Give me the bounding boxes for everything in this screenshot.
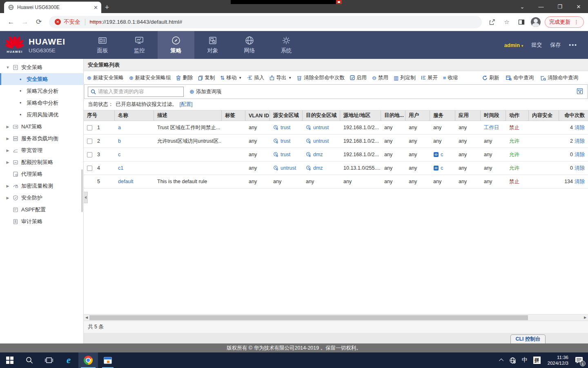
ime-pinyin-button[interactable]: 拼 — [530, 352, 543, 368]
dst-zone-link[interactable]: dmz — [313, 165, 323, 171]
col-tag[interactable]: 标签 — [222, 110, 245, 121]
sidebar-item-security-policy-parent[interactable]: ▼ 安全策略 — [0, 61, 83, 73]
row-checkbox[interactable] — [87, 166, 92, 171]
nav-objects[interactable]: 对象 — [194, 31, 231, 59]
insert-button[interactable]: 插入 — [247, 74, 264, 81]
scrollbar-track[interactable] — [89, 314, 582, 321]
chrome-taskbar-button[interactable] — [78, 352, 98, 368]
sidebar-item-quota-control[interactable]: ▶ 配额控制策略 — [0, 156, 83, 168]
tree-collapsed-icon[interactable]: ▶ — [6, 137, 10, 141]
clear-hits-link[interactable]: 清除 — [575, 178, 585, 185]
service-link[interactable]: c — [441, 152, 443, 157]
copy-button[interactable]: 复制 — [198, 74, 215, 81]
sidebar-item-server-load-balance[interactable]: ▶ 服务器负载均衡 — [0, 132, 83, 144]
sidebar-item-proxy-policy[interactable]: 代理策略 — [0, 168, 83, 180]
hit-query-button[interactable]: 命中查询 — [506, 74, 534, 81]
nav-network[interactable]: 网络 — [231, 31, 268, 59]
export-button[interactable]: 导出▼ — [270, 74, 292, 81]
not-secure-label[interactable]: 不安全 — [64, 18, 80, 26]
collapse-button[interactable]: ≡收缩 — [443, 74, 458, 81]
row-checkbox[interactable] — [87, 125, 92, 130]
refresh-button[interactable]: 刷新 — [482, 74, 499, 81]
clear-hits-link[interactable]: 清除 — [575, 151, 585, 158]
start-button[interactable] — [0, 352, 20, 368]
clear-hits-link[interactable]: 清除 — [575, 124, 585, 131]
src-zone-link[interactable]: trust — [281, 152, 290, 157]
search-box[interactable] — [88, 87, 184, 97]
configure-link[interactable]: [配置] — [180, 101, 193, 108]
dst-zone-link[interactable]: untrust — [313, 138, 329, 144]
col-dst-addr[interactable]: 目的地... — [381, 110, 405, 121]
rule-name-link[interactable]: default — [118, 179, 134, 184]
window-chevron-icon[interactable]: ⌄ — [513, 0, 532, 13]
tree-collapsed-icon[interactable]: ▶ — [6, 125, 10, 129]
col-name[interactable]: 名称 — [115, 110, 154, 121]
rule-name-link[interactable]: a — [118, 125, 121, 130]
col-content-security[interactable]: 内容安全 — [529, 110, 559, 121]
nav-system[interactable]: 系统 — [268, 31, 305, 59]
sidebar-item-security-policy[interactable]: •安全策略 — [0, 73, 83, 85]
col-hits[interactable]: 命中次数 — [559, 110, 588, 121]
src-zone-link[interactable]: untrust — [281, 165, 296, 171]
share-icon[interactable] — [487, 17, 497, 27]
reload-icon[interactable]: ⟳ — [32, 15, 46, 29]
tray-expand-button[interactable] — [497, 352, 506, 368]
tree-collapsed-icon[interactable]: ▶ — [6, 148, 10, 153]
internet-explorer-button[interactable]: e — [59, 352, 78, 368]
tree-collapsed-icon[interactable]: ▶ — [6, 184, 10, 188]
taskbar-search-button[interactable] — [20, 352, 39, 368]
src-zone-link[interactable]: trust — [281, 138, 290, 144]
service-link[interactable]: c — [441, 165, 443, 171]
window-maximize-icon[interactable]: ❐ — [550, 0, 569, 13]
sidebar-item-aspf-config[interactable]: ASPF配置 — [0, 204, 83, 215]
sidebar-collapse-handle[interactable] — [84, 192, 88, 203]
col-src-zone[interactable]: 源安全区域 — [270, 110, 303, 121]
rule-name-link[interactable]: c — [118, 152, 120, 157]
search-input[interactable] — [98, 89, 181, 94]
col-action[interactable]: 动作 — [506, 110, 529, 121]
side-panel-icon[interactable] — [516, 17, 527, 27]
clear-hit-query-button[interactable]: 清除命中查询 — [540, 74, 578, 81]
row-checkbox[interactable] — [87, 139, 92, 144]
nav-policy[interactable]: 策略 — [158, 31, 194, 59]
bookmark-star-icon[interactable]: ☆ — [501, 17, 512, 27]
app-window-button[interactable] — [98, 352, 118, 368]
network-tray-button[interactable] — [506, 352, 519, 368]
disable-button[interactable]: ⊖禁用 — [372, 74, 388, 81]
src-zone-link[interactable]: trust — [281, 125, 290, 130]
col-desc[interactable]: 描述 — [154, 110, 222, 121]
taskbar-clock[interactable]: 11:36 2024/12/3 — [543, 355, 572, 366]
new-policy-group-button[interactable]: ⊕新建安全策略组 — [129, 74, 171, 81]
new-tab-button[interactable]: + — [101, 2, 113, 13]
col-dst-zone[interactable]: 目的安全区域 — [303, 110, 340, 121]
tree-collapsed-icon[interactable]: ▶ — [6, 160, 10, 164]
col-seq[interactable]: 序号 — [84, 110, 115, 121]
forward-icon[interactable]: → — [18, 15, 32, 29]
window-close-icon[interactable]: ✕ — [569, 0, 588, 13]
sidebar-item-nat-policy[interactable]: ▶ NAT策略 — [0, 121, 83, 132]
add-query-item-button[interactable]: ⊕添加查询项 — [189, 88, 221, 95]
task-view-button[interactable] — [39, 352, 59, 368]
schedule-link[interactable]: 工作日 — [484, 124, 499, 131]
nav-dashboard[interactable]: 面板 — [84, 31, 121, 59]
profile-avatar[interactable] — [531, 17, 541, 27]
update-chrome-button[interactable]: 完成更新 ⋮ — [545, 16, 584, 28]
submit-button[interactable]: 提交 — [531, 41, 542, 49]
scroll-right-icon[interactable]: ▶ — [582, 314, 588, 321]
clear-all-hits-button[interactable]: 00清除全部命中次数 — [297, 74, 345, 81]
sidebar-item-app-risk-tuning[interactable]: •应用风险调优 — [0, 109, 83, 121]
user-menu[interactable]: admin — [504, 42, 520, 48]
browser-tab[interactable]: Huawei USG6300E ✕ — [4, 2, 101, 13]
back-icon[interactable]: ← — [4, 15, 18, 29]
col-user[interactable]: 用户 — [405, 110, 430, 121]
col-vlan[interactable]: VLAN ID — [245, 110, 270, 121]
ime-language-button[interactable]: 中 — [519, 352, 530, 368]
header-more-icon[interactable]: ••• — [569, 42, 577, 48]
col-src-addr[interactable]: 源地址/地区 — [340, 110, 381, 121]
expand-button[interactable]: 展开 — [421, 74, 438, 81]
sidebar-item-encrypted-traffic[interactable]: ▶ 加密流量检测 — [0, 180, 83, 192]
save-button[interactable]: 保存 — [550, 41, 561, 49]
dst-zone-link[interactable]: dmz — [313, 152, 323, 157]
scroll-left-icon[interactable]: ◀ — [84, 314, 89, 321]
action-center-button[interactable]: 1 — [572, 352, 588, 368]
